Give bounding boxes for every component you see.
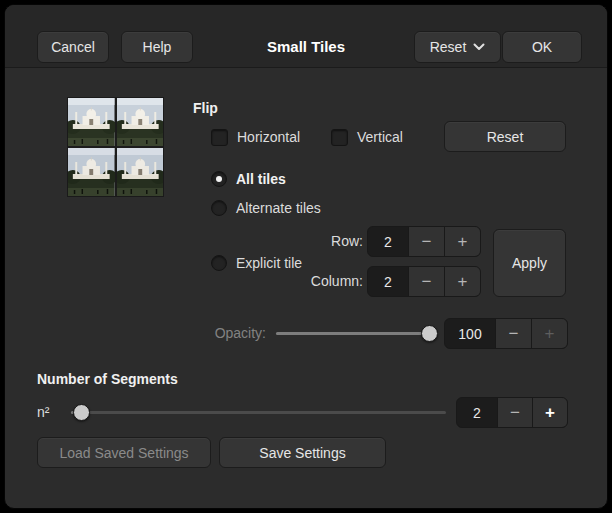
alternate-tiles-label: Alternate tiles <box>236 200 321 216</box>
segments-exponent-label: n² <box>37 397 59 428</box>
preview-thumbnail <box>67 97 164 197</box>
segments-increment-button[interactable]: + <box>532 398 567 427</box>
segments-spinbox: 2 − + <box>456 397 568 428</box>
slider-handle[interactable] <box>73 404 90 421</box>
dialog-titlebar: Cancel Help Small Tiles Reset OK <box>5 5 607 68</box>
all-tiles-radio[interactable]: All tiles <box>211 167 286 191</box>
opacity-decrement-button[interactable]: − <box>495 319 531 348</box>
flip-reset-button[interactable]: Reset <box>444 121 566 152</box>
alternate-tiles-radio[interactable]: Alternate tiles <box>211 196 321 220</box>
column-decrement-button[interactable]: − <box>408 267 444 296</box>
row-increment-button[interactable]: + <box>444 227 480 256</box>
column-value-field[interactable]: 2 <box>368 267 408 296</box>
slider-fill <box>276 332 438 335</box>
column-label: Column: <box>289 266 363 297</box>
segments-decrement-button[interactable]: − <box>497 398 532 427</box>
checkbox-box-icon <box>331 129 348 146</box>
horizontal-label: Horizontal <box>237 129 300 145</box>
cancel-button[interactable]: Cancel <box>37 31 109 63</box>
reset-menu-label: Reset <box>430 39 467 55</box>
slider-handle[interactable] <box>421 325 438 342</box>
column-increment-button[interactable]: + <box>444 267 480 296</box>
opacity-value-field[interactable]: 100 <box>445 319 495 348</box>
segments-slider[interactable] <box>71 397 446 428</box>
row-spinbox: 2 − + <box>367 226 481 257</box>
segments-value-field[interactable]: 2 <box>457 398 497 427</box>
vertical-checkbox[interactable]: Vertical <box>331 125 403 149</box>
opacity-spinbox: 100 − + <box>444 318 568 349</box>
preview-tile <box>117 98 164 146</box>
chevron-down-icon <box>473 43 485 51</box>
horizontal-checkbox[interactable]: Horizontal <box>211 125 300 149</box>
flip-heading: Flip <box>193 100 218 116</box>
radio-icon <box>211 255 227 271</box>
radio-icon <box>211 171 227 187</box>
radio-icon <box>211 200 227 216</box>
dialog-title: Small Tiles <box>267 35 345 59</box>
preview-tile <box>117 148 164 196</box>
apply-button[interactable]: Apply <box>493 229 566 297</box>
reset-menu-button[interactable]: Reset <box>414 31 501 63</box>
help-button[interactable]: Help <box>121 31 193 63</box>
all-tiles-label: All tiles <box>236 171 286 187</box>
opacity-increment-button[interactable]: + <box>531 319 567 348</box>
row-value-field[interactable]: 2 <box>368 227 408 256</box>
checkbox-box-icon <box>211 129 228 146</box>
segments-heading: Number of Segments <box>37 371 178 387</box>
slider-track <box>71 411 446 414</box>
row-decrement-button[interactable]: − <box>408 227 444 256</box>
opacity-slider[interactable] <box>276 318 438 349</box>
load-saved-settings-button[interactable]: Load Saved Settings <box>37 437 211 468</box>
small-tiles-dialog: Cancel Help Small Tiles Reset OK <box>4 4 608 509</box>
opacity-label: Opacity: <box>145 318 266 349</box>
preview-tile <box>68 148 115 196</box>
column-spinbox: 2 − + <box>367 266 481 297</box>
row-label: Row: <box>295 226 363 257</box>
save-settings-button[interactable]: Save Settings <box>219 437 386 468</box>
vertical-label: Vertical <box>357 129 403 145</box>
preview-tile <box>68 98 115 146</box>
ok-button[interactable]: OK <box>502 31 582 63</box>
